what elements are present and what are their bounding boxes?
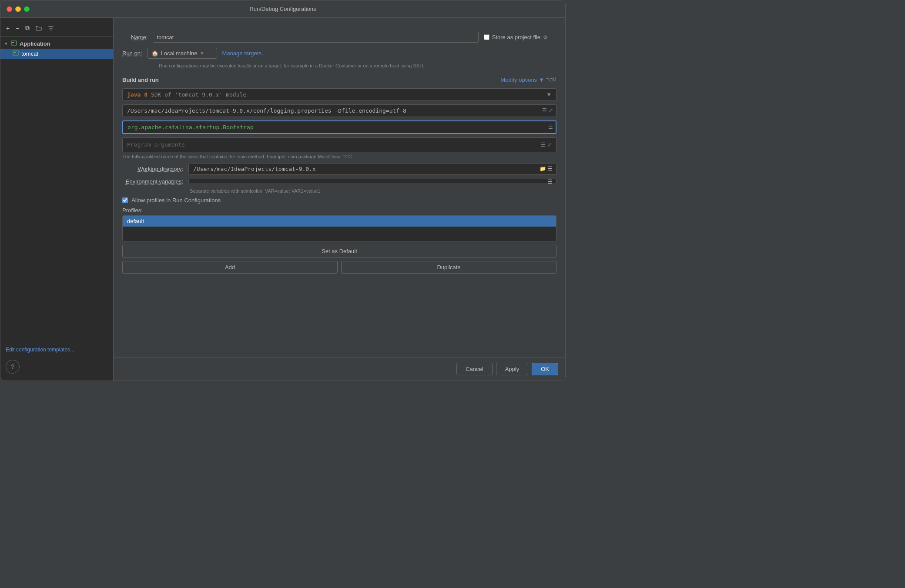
name-label: Name: — [131, 34, 147, 40]
titlebar: Run/Debug Configurations — [0, 0, 565, 18]
env-vars-label: Environment variables: — [122, 178, 183, 185]
main-class-icons: ☰ — [548, 124, 553, 130]
manage-targets-link[interactable]: Manage targets... — [222, 50, 266, 57]
dropdown-arrow-icon: ▼ — [200, 51, 204, 56]
vm-options-expand-icon[interactable]: ⤢ — [549, 107, 553, 114]
svg-rect-2 — [13, 51, 18, 55]
profile-empty-row — [123, 227, 556, 241]
working-dir-label: Working directory: — [122, 166, 183, 172]
footer: Cancel Apply OK — [114, 357, 565, 381]
vm-options-input[interactable] — [127, 107, 534, 114]
run-on-label: Run on: — [122, 50, 142, 57]
folder-icon — [36, 25, 42, 31]
modify-options-button[interactable]: Modify options ▼ ⌥M — [500, 77, 556, 83]
config-body: Name: Store as project file ⚙ Run on: — [114, 18, 565, 281]
sidebar-item-application-label: Application — [20, 40, 50, 47]
traffic-lights — [7, 6, 30, 12]
ok-button[interactable]: OK — [532, 363, 558, 375]
add-config-button[interactable]: + — [4, 23, 12, 33]
help-button[interactable]: ? — [6, 360, 20, 374]
modify-options-label: Modify options — [500, 77, 537, 83]
local-machine-icon: 🏠 — [151, 50, 158, 57]
sidebar-toolbar: + − ⧉ — [0, 21, 113, 37]
apply-button[interactable]: Apply — [496, 363, 529, 375]
sidebar-item-tomcat-label: tomcat — [21, 50, 38, 57]
vm-options-icons: ☰ ⤢ — [542, 107, 553, 114]
remove-config-button[interactable]: − — [13, 23, 21, 33]
sidebar-item-application[interactable]: ▼ Application — [0, 39, 113, 49]
right-panel: Name: Store as project file ⚙ Run on: — [114, 18, 565, 381]
working-dir-row: Working directory: /Users/mac/IdeaProjec… — [122, 163, 556, 175]
minimize-button[interactable] — [15, 6, 21, 12]
env-vars-hint: Separate variables with semicolon: VAR=v… — [122, 188, 556, 194]
working-dir-edit-icon[interactable]: ☰ — [548, 166, 553, 172]
profiles-label: Profiles: — [122, 207, 556, 214]
program-args-input[interactable] — [127, 141, 541, 148]
window-title: Run/Debug Configurations — [7, 6, 558, 12]
sdk-description: SDK of 'tomcat-9.0.x' module — [151, 91, 246, 98]
duplicate-button[interactable]: Duplicate — [341, 261, 556, 274]
vm-options-row: ☰ ⤢ — [122, 104, 556, 117]
sdk-row: java 8 SDK of 'tomcat-9.0.x' module ▼ — [122, 88, 556, 101]
program-args-edit-icon[interactable]: ☰ — [541, 142, 546, 148]
program-args-field[interactable]: ☰ ⤢ — [122, 137, 556, 152]
allow-profiles-row: Allow profiles in Run Configurations — [122, 197, 556, 204]
cancel-button[interactable]: Cancel — [456, 363, 492, 375]
store-project-row: Store as project file ⚙ — [484, 34, 548, 40]
main-class-input[interactable] — [127, 124, 538, 130]
svg-rect-3 — [14, 52, 16, 53]
sort-config-button[interactable] — [46, 24, 56, 33]
store-project-label: Store as project file — [492, 34, 540, 40]
allow-profiles-checkbox[interactable] — [122, 197, 128, 203]
svg-rect-0 — [11, 41, 17, 45]
main-class-field[interactable] — [122, 120, 556, 134]
vm-options-edit-icon[interactable]: ☰ — [542, 107, 547, 114]
tomcat-icon — [13, 50, 19, 57]
run-debug-configurations-window: Run/Debug Configurations + − ⧉ — [0, 0, 566, 381]
close-button[interactable] — [7, 6, 12, 12]
config-scroll[interactable]: Name: Store as project file ⚙ Run on: — [114, 18, 565, 357]
set-as-default-button[interactable]: Set as Default — [122, 245, 556, 257]
application-icon — [11, 40, 17, 47]
env-vars-display[interactable]: ☰ — [188, 179, 556, 184]
run-on-value: Local machine — [161, 50, 198, 57]
svg-rect-1 — [12, 42, 14, 43]
run-on-dropdown[interactable]: 🏠 Local machine ▼ — [147, 48, 217, 59]
env-vars-row: Environment variables: ☰ — [122, 178, 556, 185]
sdk-dropdown-arrow-icon: ▼ — [546, 91, 552, 98]
program-args-expand-icon[interactable]: ⤢ — [547, 142, 552, 148]
store-project-checkbox[interactable] — [484, 34, 489, 40]
sort-icon — [48, 25, 54, 31]
working-dir-value: /Users/mac/IdeaProjects/tomcat-9.0.x — [193, 166, 316, 172]
main-class-edit-icon[interactable]: ☰ — [548, 124, 553, 130]
run-on-hint-text: Run configurations may be executed local… — [159, 63, 424, 68]
caret-icon: ▼ — [4, 41, 8, 46]
config-icon — [13, 50, 19, 56]
modify-options-shortcut: ⌥M — [546, 77, 556, 83]
edit-configuration-templates[interactable]: Edit configuration templates... — [0, 343, 113, 356]
copy-config-button[interactable]: ⧉ — [23, 23, 32, 33]
add-dup-row: Add Duplicate — [122, 261, 556, 274]
main-class-hint: The fully-qualified name of the class th… — [122, 154, 556, 160]
name-row: Name: Store as project file ⚙ — [122, 25, 556, 46]
profile-item-default[interactable]: default — [123, 216, 556, 227]
working-dir-folder-icon[interactable]: 📁 — [540, 166, 546, 172]
chevron-down-icon: ▼ — [539, 77, 544, 83]
env-vars-edit-icon[interactable]: ☰ — [548, 179, 553, 185]
working-dir-display[interactable]: /Users/mac/IdeaProjects/tomcat-9.0.x 📁 ☰ — [188, 163, 556, 175]
build-run-title: Build and run — [122, 77, 159, 83]
run-on-hint: Run configurations may be executed local… — [122, 62, 556, 70]
name-input[interactable] — [153, 32, 478, 43]
sdk-dropdown[interactable]: java 8 SDK of 'tomcat-9.0.x' module ▼ — [122, 88, 556, 101]
app-icon — [11, 40, 17, 46]
sidebar-item-tomcat[interactable]: tomcat — [0, 49, 113, 59]
folder-config-button[interactable] — [34, 24, 44, 33]
vm-options-field[interactable] — [122, 104, 556, 117]
maximize-button[interactable] — [24, 6, 30, 12]
run-on-row: Run on: 🏠 Local machine ▼ Manage targets… — [122, 48, 556, 59]
add-button[interactable]: Add — [122, 261, 338, 274]
main-content: + − ⧉ ▼ — [0, 18, 565, 381]
profiles-list: default — [122, 215, 556, 241]
program-args-row: ☰ ⤢ — [122, 137, 556, 152]
gear-icon[interactable]: ⚙ — [543, 34, 548, 40]
